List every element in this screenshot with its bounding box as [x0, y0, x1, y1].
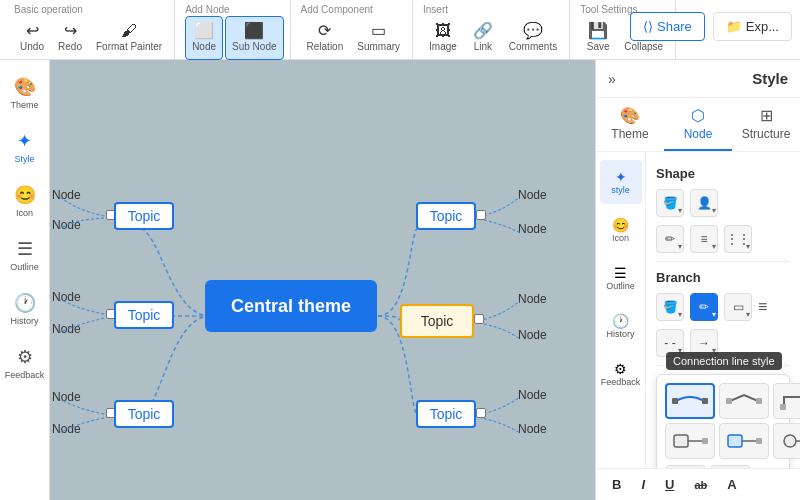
sidebar-item-theme[interactable]: 🎨 Theme [5, 68, 45, 118]
topic-node-mid-left[interactable]: Topic [114, 301, 174, 329]
comments-button[interactable]: 💬 Comments [503, 16, 563, 60]
branch-rect-btn[interactable]: ▭ ▾ [724, 293, 752, 321]
conn-btn-8[interactable] [710, 465, 751, 468]
conn-btn-6[interactable] [773, 423, 800, 459]
add-component-section: Add Component ⟳ Relation ▭ Summary [295, 0, 414, 60]
sub-nav-style[interactable]: ✦ style [600, 160, 642, 204]
branch-arrow-icon: → [698, 336, 710, 350]
insert-section: Insert 🖼 Image 🔗 Link 💬 Comments [417, 0, 570, 60]
topic-node-bot-right[interactable]: Topic [416, 400, 476, 428]
link-button[interactable]: 🔗 Link [465, 16, 501, 60]
svg-rect-2 [726, 398, 732, 404]
node-tab-icon: ⬡ [668, 106, 728, 125]
branch-color-arrow: ▾ [712, 310, 716, 319]
tab-structure[interactable]: ⊞ Structure [732, 98, 800, 151]
undo-button[interactable]: ↩ Undo [14, 16, 50, 60]
node-label-5: Node [52, 390, 81, 404]
right-panel: » Style 🎨 Theme ⬡ Node ⊞ Structure ✦ sty… [595, 60, 800, 500]
node-tab-label: Node [684, 127, 713, 141]
connection-tooltip: Connection line style [666, 352, 782, 370]
sub-nav-history[interactable]: 🕐 History [600, 304, 642, 348]
share-button[interactable]: ⟨⟩ Share [630, 12, 705, 41]
align-right-dropdown-arrow: ▾ [746, 242, 750, 251]
italic-button[interactable]: I [635, 475, 651, 494]
topic-top-left-label: Topic [128, 208, 161, 224]
conn-btn-5[interactable] [719, 423, 769, 459]
branch-more-btn[interactable]: ≡ [758, 298, 767, 316]
conn-btn-7[interactable] [665, 465, 706, 468]
svg-point-10 [784, 435, 796, 447]
panel-title: Style [752, 70, 788, 87]
sub-node-button[interactable]: ⬛ Sub Node [225, 16, 283, 60]
central-theme-node[interactable]: Central theme [205, 280, 377, 332]
font-button[interactable]: A [721, 475, 742, 494]
tab-node[interactable]: ⬡ Node [664, 98, 732, 151]
save-button[interactable]: 💾 Save [580, 16, 616, 60]
branch-rect-arrow: ▾ [746, 310, 750, 319]
pen-icon: ✏ [665, 232, 675, 246]
redo-icon: ↪ [64, 23, 77, 39]
mini-node-tr [476, 210, 486, 220]
style-icon: ✦ [17, 130, 32, 152]
sidebar-item-icon[interactable]: 😊 Icon [5, 176, 45, 226]
topic-node-bot-left[interactable]: Topic [114, 400, 174, 428]
sub-nav-feedback[interactable]: ⚙ Feedback [600, 352, 642, 396]
sidebar-item-history[interactable]: 🕐 History [5, 284, 45, 334]
strikethrough-button[interactable]: ab [688, 477, 713, 493]
outline-icon: ☰ [17, 238, 33, 260]
topic-node-top-left[interactable]: Topic [114, 202, 174, 230]
outline-sub-icon: ☰ [614, 265, 627, 281]
mind-map-canvas[interactable]: Central theme Topic Topic Topic Topic To… [50, 60, 600, 500]
explore-button[interactable]: 📁 Exp... [713, 12, 792, 41]
branch-color-btn[interactable]: ✏ ▾ [690, 293, 718, 321]
mini-node-mr [474, 314, 484, 324]
format-painter-icon: 🖌 [121, 23, 137, 39]
structure-tab-label: Structure [742, 127, 791, 141]
summary-button[interactable]: ▭ Summary [351, 16, 406, 60]
link-icon: 🔗 [473, 23, 493, 39]
format-painter-button[interactable]: 🖌 Format Painter [90, 16, 168, 60]
svg-rect-7 [702, 438, 708, 444]
sidebar-item-feedback[interactable]: ⚙ Feedback [5, 338, 45, 388]
sub-node-icon: ⬛ [244, 23, 264, 39]
branch-dash-icon: - - [664, 336, 675, 350]
topic-top-right-label: Topic [430, 208, 463, 224]
outline-sub-label: Outline [606, 281, 635, 291]
sub-nav-icon[interactable]: 😊 Icon [600, 208, 642, 252]
node-button[interactable]: ⬜ Node [185, 16, 223, 60]
conn-btn-3[interactable] [773, 383, 800, 419]
topic-node-mid-right[interactable]: Topic [400, 304, 474, 338]
align-right-btn[interactable]: ⋮⋮ ▾ [724, 225, 752, 253]
conn-btn-1[interactable] [665, 383, 715, 419]
image-button[interactable]: 🖼 Image [423, 16, 463, 60]
relation-button[interactable]: ⟳ Relation [301, 16, 350, 60]
topic-node-top-right[interactable]: Topic [416, 202, 476, 230]
topic-bot-left-label: Topic [128, 406, 161, 422]
align-left-btn[interactable]: ≡ ▾ [690, 225, 718, 253]
pen-btn[interactable]: ✏ ▾ [656, 225, 684, 253]
branch-fill-btn[interactable]: 🪣 ▾ [656, 293, 684, 321]
svg-rect-8 [728, 435, 742, 447]
redo-button[interactable]: ↪ Redo [52, 16, 88, 60]
history-icon: 🕐 [14, 292, 36, 314]
basic-operation-section: Basic operation ↩ Undo ↪ Redo 🖌 Format P… [8, 0, 175, 60]
sidebar-item-style[interactable]: ✦ Style [5, 122, 45, 172]
branch-rect-icon: ▭ [733, 300, 744, 314]
bold-button[interactable]: B [606, 475, 627, 494]
structure-tab-icon: ⊞ [736, 106, 796, 125]
sidebar-item-outline[interactable]: ☰ Outline [5, 230, 45, 280]
fill-color-btn[interactable]: 🪣 ▾ [656, 189, 684, 217]
sub-nav-outline[interactable]: ☰ Outline [600, 256, 642, 300]
tab-theme[interactable]: 🎨 Theme [596, 98, 664, 151]
conn-second-row: ▾ [665, 465, 781, 468]
align-left-icon: ≡ [700, 232, 707, 246]
left-sidebar: 🎨 Theme ✦ Style 😊 Icon ☰ Outline 🕐 Histo… [0, 60, 50, 500]
person-icon-btn[interactable]: 👤 ▾ [690, 189, 718, 217]
expand-icon[interactable]: » [608, 71, 616, 87]
conn-btn-2[interactable] [719, 383, 769, 419]
conn-btn-4[interactable] [665, 423, 715, 459]
svg-rect-1 [702, 398, 708, 404]
underline-button[interactable]: U [659, 475, 680, 494]
node-label-9: Node [518, 292, 547, 306]
relation-icon: ⟳ [318, 23, 331, 39]
